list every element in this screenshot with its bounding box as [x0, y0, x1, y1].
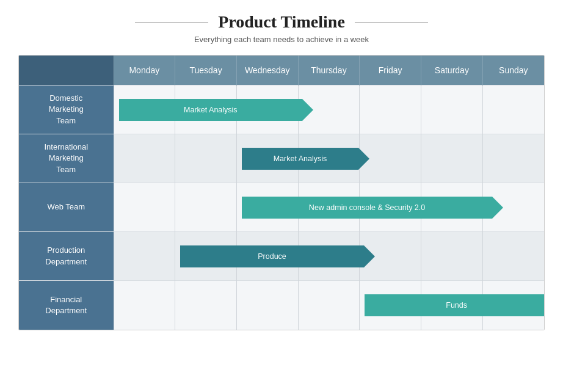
- day-cell: [421, 134, 483, 183]
- day-cell: Market Analysis: [114, 85, 175, 134]
- table-row: ProductionDepartmentProduce: [19, 232, 544, 281]
- row-label: FinancialDepartment: [19, 281, 114, 330]
- header-thursday: Thursday: [298, 56, 360, 85]
- page-title: Product Timeline: [218, 12, 345, 31]
- day-cell: [298, 232, 360, 281]
- day-cell: [236, 281, 298, 330]
- day-cell: [421, 85, 483, 134]
- row-label: InternationalMarketingTeam: [19, 134, 114, 183]
- right-divider: [355, 22, 428, 23]
- title-section: Product Timeline Everything each team ne…: [18, 12, 545, 44]
- day-cell: [360, 232, 421, 281]
- day-cell: [114, 134, 175, 183]
- table-row: FinancialDepartmentFunds: [19, 281, 544, 330]
- day-cell: [298, 134, 360, 183]
- header-friday: Friday: [360, 56, 421, 85]
- row-label: ProductionDepartment: [19, 232, 114, 281]
- table-row: DomesticMarketingTeamMarket Analysis: [19, 85, 544, 134]
- header-row: Monday Tuesday Wednesday Thursday Friday…: [19, 56, 544, 85]
- header-wednesday: Wednesday: [236, 56, 298, 85]
- header-tuesday: Tuesday: [175, 56, 237, 85]
- day-cell: [421, 183, 483, 232]
- day-cell: Funds: [360, 281, 421, 330]
- left-divider: [135, 22, 208, 23]
- day-cell: [360, 134, 421, 183]
- header-sunday: Sunday: [482, 56, 544, 85]
- day-cell: [298, 183, 360, 232]
- day-cell: [482, 281, 544, 330]
- day-cell: New admin console & Security 2.0: [236, 183, 298, 232]
- day-cell: [175, 134, 237, 183]
- day-cell: [482, 134, 544, 183]
- page-container: Product Timeline Everything each team ne…: [0, 0, 563, 392]
- table-row: Web TeamNew admin console & Security 2.0: [19, 183, 544, 232]
- page-subtitle: Everything each team needs to achieve in…: [18, 35, 545, 44]
- row-label: DomesticMarketingTeam: [19, 85, 114, 134]
- row-label: Web Team: [19, 183, 114, 232]
- day-cell: [175, 281, 237, 330]
- day-cell: [175, 183, 237, 232]
- day-cell: [360, 85, 421, 134]
- day-cell: [482, 232, 544, 281]
- header-saturday: Saturday: [421, 56, 483, 85]
- day-cell: [114, 232, 175, 281]
- day-cell: [236, 232, 298, 281]
- table-row: InternationalMarketingTeamMarket Analysi…: [19, 134, 544, 183]
- day-cell: [482, 85, 544, 134]
- day-cell: Produce: [175, 232, 237, 281]
- day-cell: [421, 232, 483, 281]
- day-cell: [175, 85, 237, 134]
- day-cell: [298, 281, 360, 330]
- header-label: [19, 56, 114, 85]
- day-cell: [421, 281, 483, 330]
- day-cell: [482, 183, 544, 232]
- day-cell: [360, 183, 421, 232]
- day-cell: Market Analysis: [236, 134, 298, 183]
- day-cell: [114, 281, 175, 330]
- day-cell: [298, 85, 360, 134]
- header-monday: Monday: [114, 56, 175, 85]
- timeline-table-wrapper: Monday Tuesday Wednesday Thursday Friday…: [18, 55, 545, 330]
- day-cell: [236, 85, 298, 134]
- timeline-table: Monday Tuesday Wednesday Thursday Friday…: [19, 56, 544, 330]
- day-cell: [114, 183, 175, 232]
